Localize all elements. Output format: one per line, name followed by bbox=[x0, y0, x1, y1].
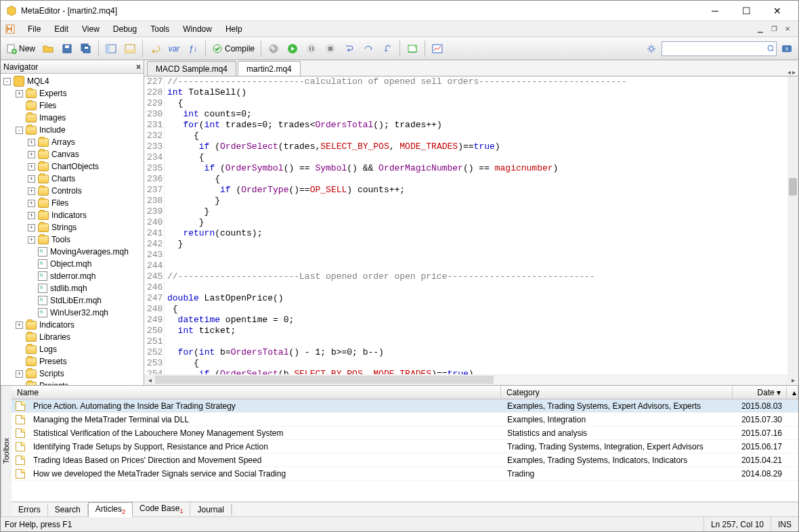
toolbox-toggle-button[interactable] bbox=[121, 40, 139, 58]
save-all-button[interactable] bbox=[77, 40, 95, 58]
expander-icon[interactable]: - bbox=[16, 127, 23, 134]
expander-icon[interactable]: + bbox=[28, 139, 35, 146]
close-button[interactable]: ✕ bbox=[762, 1, 793, 21]
column-category[interactable]: Category bbox=[501, 386, 733, 399]
table-row[interactable]: Price Action. Automating the Inside Bar … bbox=[12, 399, 798, 413]
toolbox-tab-search[interactable]: Search bbox=[48, 504, 88, 516]
menu-edit[interactable]: Edit bbox=[47, 22, 75, 36]
tree-node[interactable]: -Include bbox=[1, 124, 144, 136]
expander-icon[interactable]: + bbox=[16, 370, 23, 378]
tree-node[interactable]: +Charts bbox=[1, 173, 144, 185]
column-name[interactable]: Name bbox=[12, 386, 501, 399]
tree-node[interactable]: stderror.mqh bbox=[1, 270, 144, 282]
menu-view[interactable]: View bbox=[75, 22, 106, 36]
tree-node[interactable]: stdlib.mqh bbox=[1, 282, 144, 294]
scroll-right-button[interactable]: ▸ bbox=[787, 376, 798, 384]
table-row[interactable]: Trading Ideas Based on Prices' Direction… bbox=[12, 453, 798, 467]
menu-window[interactable]: Window bbox=[176, 22, 219, 36]
menu-tools[interactable]: Tools bbox=[144, 22, 176, 36]
table-row[interactable]: Identifying Trade Setups by Support, Res… bbox=[12, 440, 798, 453]
code-editor[interactable]: //------------------------calculation of… bbox=[165, 76, 787, 374]
scroll-left-button[interactable]: ◂ bbox=[144, 376, 155, 384]
menu-help[interactable]: Help bbox=[219, 22, 249, 36]
editor-tab[interactable]: MACD Sample.mq4 bbox=[147, 61, 236, 76]
tree-node[interactable]: MovingAverages.mqh bbox=[1, 246, 144, 258]
open-button[interactable] bbox=[39, 40, 57, 58]
tree-node[interactable]: Files bbox=[1, 99, 144, 112]
tree-node[interactable]: Projects bbox=[1, 380, 144, 385]
new-button[interactable]: New bbox=[3, 40, 38, 58]
expander-icon[interactable]: + bbox=[16, 90, 23, 97]
tree-node[interactable]: +Indicators bbox=[1, 319, 144, 331]
menu-file[interactable]: File bbox=[21, 22, 47, 36]
table-row[interactable]: Statistical Verification of the Labouche… bbox=[12, 426, 798, 440]
terminal-button[interactable] bbox=[404, 40, 421, 58]
step-out-button[interactable] bbox=[379, 40, 396, 58]
tree-node[interactable]: +Strings bbox=[1, 221, 144, 234]
tree-node[interactable]: Object.mqh bbox=[1, 258, 144, 270]
search-icon[interactable] bbox=[766, 44, 773, 53]
expander-icon[interactable]: + bbox=[28, 151, 35, 158]
step-into-button[interactable] bbox=[341, 40, 358, 58]
save-button[interactable] bbox=[58, 40, 76, 58]
maximize-button[interactable]: ☐ bbox=[731, 1, 762, 21]
minimize-button[interactable]: ─ bbox=[699, 1, 731, 21]
tab-scroll-left-icon[interactable]: ◂ bbox=[787, 68, 791, 76]
expander-icon[interactable]: + bbox=[28, 187, 35, 195]
tree-node[interactable]: +Experts bbox=[1, 87, 144, 99]
tree-node[interactable]: +Files bbox=[1, 197, 144, 209]
debug-restart-button[interactable] bbox=[265, 40, 282, 58]
tree-node[interactable]: StdLibErr.mqh bbox=[1, 294, 144, 307]
editor-tab[interactable]: martin2.mq4 bbox=[238, 61, 301, 76]
toolbox-tab-articles[interactable]: Articles2 bbox=[88, 502, 133, 517]
tree-node[interactable]: +ChartObjects bbox=[1, 160, 144, 173]
expander-icon[interactable]: - bbox=[3, 78, 11, 85]
tree-node[interactable]: +Arrays bbox=[1, 136, 144, 148]
toolbox-tab-errors[interactable]: Errors bbox=[12, 504, 48, 516]
var-button[interactable]: var bbox=[165, 40, 183, 58]
expander-icon[interactable]: + bbox=[28, 200, 35, 207]
toolbox-tab-code-base[interactable]: Code Base1 bbox=[133, 502, 190, 516]
navigator-toggle-button[interactable] bbox=[102, 40, 120, 58]
debug-start-button[interactable] bbox=[284, 40, 301, 58]
tree-node[interactable]: Libraries bbox=[1, 331, 144, 343]
search-box[interactable] bbox=[662, 41, 777, 56]
navigator-close-button[interactable]: × bbox=[136, 62, 141, 72]
mdi-minimize-button[interactable]: ▁ bbox=[755, 24, 766, 34]
tree-node[interactable]: Images bbox=[1, 112, 144, 124]
navigator-tree[interactable]: -MQL4+ExpertsFilesImages-Include+Arrays+… bbox=[1, 74, 144, 385]
table-row[interactable]: How we developed the MetaTrader Signals … bbox=[12, 467, 798, 481]
compile-button[interactable]: Compile bbox=[209, 40, 257, 58]
scroll-up-icon[interactable]: ▴ bbox=[787, 386, 798, 399]
expander-icon[interactable]: + bbox=[16, 322, 23, 329]
tab-scroll-right-icon[interactable]: ▸ bbox=[792, 68, 796, 76]
tree-node[interactable]: WinUser32.mqh bbox=[1, 307, 144, 319]
tree-node[interactable]: +Indicators bbox=[1, 209, 144, 221]
horizontal-scrollbar[interactable]: ◂ ▸ bbox=[144, 374, 798, 385]
mdi-restore-button[interactable]: ❐ bbox=[769, 24, 779, 34]
settings-button[interactable] bbox=[643, 40, 660, 58]
expander-icon[interactable]: + bbox=[28, 224, 35, 231]
toolbox-tab-journal[interactable]: Journal bbox=[190, 504, 231, 516]
debug-pause-button[interactable] bbox=[303, 40, 320, 58]
search-input[interactable] bbox=[665, 44, 766, 53]
undo-button[interactable] bbox=[146, 40, 164, 58]
expander-icon[interactable]: + bbox=[28, 236, 35, 244]
community-button[interactable]: 5 bbox=[778, 40, 796, 58]
menu-debug[interactable]: Debug bbox=[106, 22, 144, 36]
tree-node[interactable]: Logs bbox=[1, 343, 144, 355]
tree-node[interactable]: +Canvas bbox=[1, 148, 144, 160]
tree-node[interactable]: +Scripts bbox=[1, 368, 144, 380]
expander-icon[interactable]: + bbox=[28, 212, 35, 219]
vertical-scrollbar[interactable] bbox=[787, 76, 798, 374]
function-button[interactable]: ƒ↓ bbox=[184, 40, 202, 58]
table-row[interactable]: Managing the MetaTrader Terminal via DLL… bbox=[12, 413, 798, 426]
expander-icon[interactable]: + bbox=[28, 175, 35, 183]
debug-stop-button[interactable] bbox=[322, 40, 339, 58]
expander-icon[interactable]: + bbox=[28, 163, 35, 171]
tree-node[interactable]: +Tools bbox=[1, 234, 144, 246]
tree-node[interactable]: +Controls bbox=[1, 185, 144, 197]
tree-node[interactable]: Presets bbox=[1, 355, 144, 368]
mdi-close-button[interactable]: ✕ bbox=[782, 24, 793, 34]
tree-node[interactable]: -MQL4 bbox=[1, 75, 144, 87]
